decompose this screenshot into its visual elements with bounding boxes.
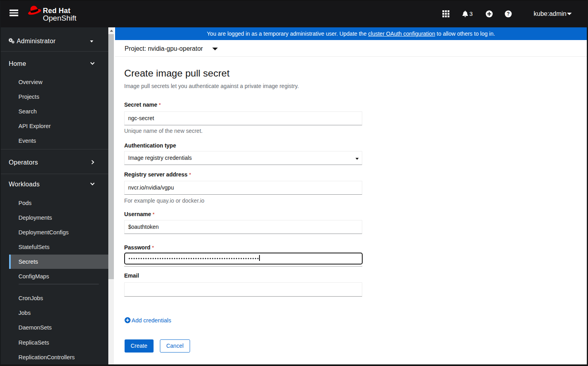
svg-text:?: ? xyxy=(507,11,509,17)
